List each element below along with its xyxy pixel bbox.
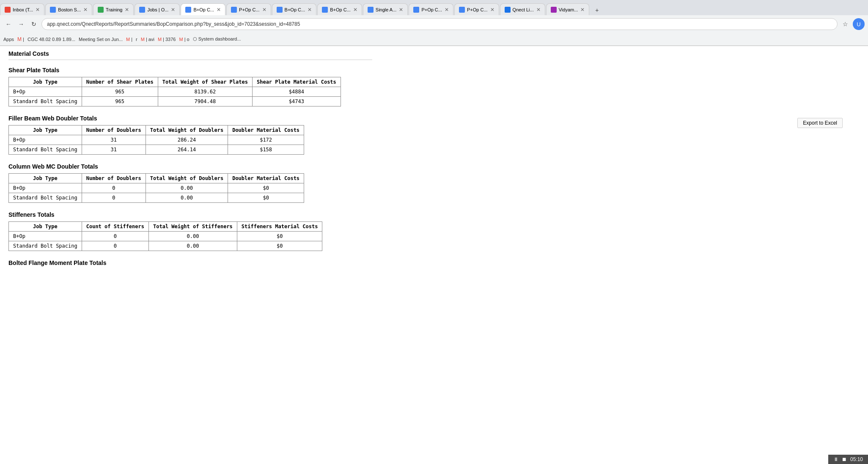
table-row: Standard Bolt Spacing 31 264.14 $158 [9,145,304,155]
stiffeners-col-costs: Stiffeners Material Costs [237,222,322,232]
cell-number: 31 [82,145,146,155]
shear-plate-col-weight: Total Weight of Shear Plates [158,77,252,87]
filler-beam-col-weight: Total Weight of Doublers [146,126,228,135]
tab-close-inbox[interactable]: ✕ [33,7,40,13]
filler-beam-col-number: Number of Doublers [82,126,146,135]
filler-beam-col-costs: Doubler Material Costs [228,126,304,135]
tab-favicon-pop3 [459,7,465,13]
tab-label-bop-active: B+Op C... [193,7,214,12]
column-web-title: Column Web MC Doubler Totals [8,163,372,170]
tab-close-training[interactable]: ✕ [122,7,129,13]
reload-button[interactable]: ↻ [29,19,39,29]
cell-costs: $0 [237,232,322,241]
tab-favicon-jobs [139,7,145,13]
shear-plate-col-jobtype: Job Type [9,77,82,87]
tab-pop3[interactable]: P+Op C... ✕ [454,3,499,15]
bookmark-r[interactable]: r [136,37,137,42]
cell-jobtype: B+Op [9,135,82,145]
cell-weight: 7904.48 [158,97,252,106]
tab-close-jobs[interactable]: ✕ [168,7,175,13]
cell-costs: $4743 [252,97,341,106]
bookmark-system[interactable]: ⬡ System dashboard... [193,36,241,42]
bookmark-button[interactable]: ☆ [840,19,850,29]
bookmark-mavi[interactable]: M | avi [141,37,154,42]
tab-favicon-bop2 [277,7,283,13]
bookmark-gmail[interactable]: M | [17,36,24,42]
stiffeners-table: Job Type Count of Stiffeners Total Weigh… [8,221,322,251]
table-row: Standard Bolt Spacing 0 0.00 $0 [9,241,322,251]
table-row: B+Op 31 286.24 $172 [9,135,304,145]
tab-close-pop3[interactable]: ✕ [488,7,494,13]
profile-button[interactable]: U [853,18,865,30]
tab-close-bop2[interactable]: ✕ [305,7,312,13]
cell-jobtype: Standard Bolt Spacing [9,97,82,106]
tab-close-pop1[interactable]: ✕ [260,7,266,13]
cell-number: 0 [82,193,146,203]
back-button[interactable]: ← [3,19,14,29]
tab-label-training: Training [106,7,122,12]
section-bolted-flange: Bolted Flange Moment Plate Totals [8,259,372,266]
tab-vidyam[interactable]: Vidyam... ✕ [546,3,590,15]
cell-costs: $0 [228,183,304,193]
tab-bop-active[interactable]: B+Op C... ✕ [181,3,225,15]
cell-jobtype: B+Op [9,232,82,241]
tab-training[interactable]: Training ✕ [93,3,134,15]
material-costs-title: Material Costs [8,50,372,60]
bookmark-m3376[interactable]: M | 3376 [158,37,176,42]
tab-favicon-vidyam [551,7,557,13]
tab-boston[interactable]: Boston S... ✕ [45,3,92,15]
tab-label-pop3: P+Op C... [467,7,488,12]
cell-weight: 264.14 [146,145,228,155]
cell-jobtype: Standard Bolt Spacing [9,241,82,251]
cell-weight: 0.00 [146,183,228,193]
cell-jobtype: B+Op [9,87,82,97]
cell-number: 965 [82,87,158,97]
new-tab-button[interactable]: + [592,5,602,15]
tab-label-vidyam: Vidyam... [559,7,578,12]
tab-label-single: Single A... [376,7,397,12]
export-btn-container: Export to Excel [797,118,843,128]
bookmarks-bar: Apps M | CGC 48.02 0.89 1.89... Meeting … [0,33,868,46]
stiffeners-title: Stiffeners Totals [8,211,372,218]
section-stiffeners: Stiffeners Totals Job Type Count of Stif… [8,211,372,251]
bookmark-apps[interactable]: Apps [3,37,14,42]
bookmark-meeting[interactable]: Meeting Set on Jun... [79,37,123,42]
stiffeners-col-weight: Total Weight of Stiffeners [149,222,237,232]
bookmark-m2[interactable]: M | [126,37,132,42]
tab-pop2[interactable]: P+Op C... ✕ [409,3,453,15]
tab-single[interactable]: Single A... ✕ [363,3,408,15]
bookmark-cgc[interactable]: CGC 48.02 0.89 1.89... [27,37,75,42]
tab-close-bop-active[interactable]: ✕ [214,7,221,13]
page-content: Material Costs Shear Plate Totals Job Ty… [0,46,381,279]
bookmark-mo[interactable]: M | o [179,37,189,42]
tab-inbox[interactable]: Inbox (T... ✕ [0,3,44,15]
section-filler-beam: Filler Beam Web Doubler Totals Job Type … [8,115,372,155]
tab-close-boston[interactable]: ✕ [81,7,88,13]
cell-costs: $172 [228,135,304,145]
tab-favicon-boston [50,7,56,13]
tab-close-pop2[interactable]: ✕ [442,7,449,13]
tab-close-vidyam[interactable]: ✕ [578,7,585,13]
tab-close-qnect[interactable]: ✕ [534,7,541,13]
tab-qnect[interactable]: Qnect Li... ✕ [500,3,545,15]
tab-pop1[interactable]: P+Op C... ✕ [226,3,271,15]
cell-costs: $0 [228,193,304,203]
tab-label-pop2: P+Op C... [421,7,442,12]
tab-jobs[interactable]: Jobs | O... ✕ [135,3,180,15]
tab-favicon-inbox [5,7,11,13]
cell-number: 31 [82,135,146,145]
section-column-web: Column Web MC Doubler Totals Job Type Nu… [8,163,372,203]
tab-bop3[interactable]: B+Op C... ✕ [317,3,362,15]
tab-close-single[interactable]: ✕ [396,7,403,13]
tab-close-bop3[interactable]: ✕ [351,7,357,13]
stiffeners-col-jobtype: Job Type [9,222,82,232]
forward-button[interactable]: → [16,19,26,29]
tab-label-qnect: Qnect Li... [513,7,534,12]
cell-jobtype: Standard Bolt Spacing [9,193,82,203]
table-row: B+Op 0 0.00 $0 [9,183,304,193]
address-input[interactable] [41,18,838,30]
tab-bop2[interactable]: B+Op C... ✕ [272,3,317,15]
section-shear-plate: Shear Plate Totals Job Type Number of Sh… [8,67,372,106]
export-to-excel-button[interactable]: Export to Excel [797,118,843,128]
column-web-table: Job Type Number of Doublers Total Weight… [8,173,304,203]
